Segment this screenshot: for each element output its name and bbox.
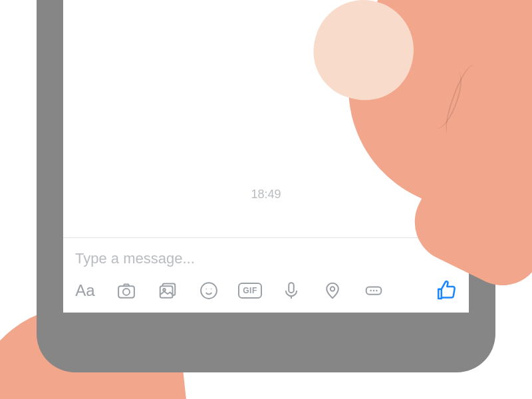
emoji-icon[interactable] [198,279,220,302]
more-options-icon[interactable] [362,279,385,302]
camera-icon[interactable] [115,279,138,302]
svg-point-7 [211,289,212,290]
location-icon[interactable] [321,279,344,302]
svg-point-11 [370,290,372,292]
svg-point-1 [123,289,130,295]
svg-point-13 [376,290,378,292]
svg-rect-0 [118,286,134,298]
svg-point-5 [201,283,217,299]
svg-rect-3 [160,286,173,298]
microphone-icon[interactable] [280,279,303,302]
photo-library-icon[interactable] [156,279,179,302]
like-button-icon[interactable] [436,279,458,302]
illustration-scene: 18:49 Type a message... Aa [0,0,532,399]
composer-toolbar: Aa [74,278,458,313]
svg-point-6 [206,289,207,290]
svg-rect-8 [289,283,294,293]
text-format-icon[interactable]: Aa [74,279,96,302]
message-timestamp: 18:49 [251,188,281,201]
message-input[interactable]: Type a message... [74,247,458,278]
message-composer: Type a message... Aa [63,237,469,313]
svg-point-12 [373,290,375,292]
gif-icon[interactable]: GIF [239,279,261,302]
svg-point-9 [331,287,335,291]
